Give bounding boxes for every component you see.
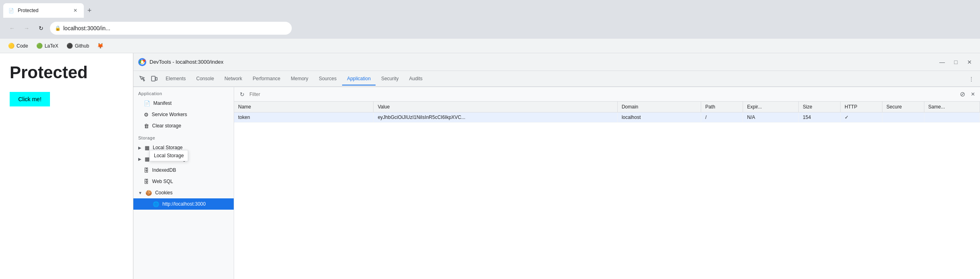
tab-close-button[interactable]: ✕ xyxy=(72,7,79,14)
code-bookmark-icon: 🟡 xyxy=(8,43,15,49)
svg-rect-4 xyxy=(152,76,155,81)
tab-favicon: 📄 xyxy=(8,7,15,14)
cell-http: ✓ xyxy=(841,112,882,123)
sidebar-item-clear-storage[interactable]: 🗑 Clear storage xyxy=(133,120,234,131)
device-toolbar-icon[interactable] xyxy=(149,73,160,84)
sidebar-section-storage: Storage xyxy=(133,131,234,142)
tab-security[interactable]: Security xyxy=(376,73,403,85)
tab-console[interactable]: Console xyxy=(191,73,219,85)
filter-clear-button[interactable]: ✕ xyxy=(969,90,977,98)
devtools-minimize-button[interactable]: — xyxy=(936,56,948,68)
back-button[interactable]: ← xyxy=(6,23,18,34)
session-storage-icon: ▦ xyxy=(145,156,149,162)
table-header-row: Name Value Domain Path Expir... Size HTT… xyxy=(234,102,980,112)
col-samesite[interactable]: Same... xyxy=(924,102,980,112)
devtools-title: DevTools - localhost:3000/index xyxy=(138,58,932,66)
bookmark-latex[interactable]: 🟢 LaTeX xyxy=(33,41,62,50)
tab-title: Protected xyxy=(18,8,69,13)
webpage: Protected Click me! xyxy=(0,53,133,279)
main-area: Protected Click me! xyxy=(0,53,980,279)
sidebar-item-cookies-localhost[interactable]: 🌐 http://localhost:3000 xyxy=(133,198,234,210)
sidebar-item-web-sql[interactable]: 🗄 Web SQL xyxy=(133,176,234,187)
col-expires[interactable]: Expir... xyxy=(743,102,798,112)
col-size[interactable]: Size xyxy=(799,102,841,112)
filter-no-button[interactable]: ⊘ xyxy=(958,90,966,98)
sidebar-item-indexeddb[interactable]: 🗄 IndexedDB xyxy=(133,164,234,176)
click-me-button[interactable]: Click me! xyxy=(10,92,50,106)
tab-performance[interactable]: Performance xyxy=(248,73,285,85)
expand-arrow-sw xyxy=(138,112,141,117)
gitlab-bookmark-icon: 🦊 xyxy=(97,43,104,49)
filter-refresh-button[interactable]: ↻ xyxy=(237,90,247,99)
page-title: Protected xyxy=(10,63,123,82)
cell-name: token xyxy=(234,112,374,123)
sidebar-item-local-storage[interactable]: ▶ ▦ Local Storage Local Storage xyxy=(133,142,234,153)
svg-point-3 xyxy=(141,61,143,63)
table-row[interactable]: token eyJhbGciOiJIUzI1NiIsInR5cCI6IkpXVC… xyxy=(234,112,980,123)
devtools-more-button[interactable]: ⋮ xyxy=(965,73,977,84)
tab-audits[interactable]: Audits xyxy=(404,73,427,85)
tab-memory[interactable]: Memory xyxy=(286,73,313,85)
devtools-title-text: DevTools - localhost:3000/index xyxy=(149,59,224,65)
sidebar-item-cookies-localhost-label: http://localhost:3000 xyxy=(162,201,206,207)
cookies-icon: 🍪 xyxy=(145,190,152,196)
devtools-sidebar: Application 📄 Manifest ⚙ Service Workers xyxy=(133,87,234,279)
devtools-body: Application 📄 Manifest ⚙ Service Workers xyxy=(133,87,980,279)
new-tab-button[interactable]: + xyxy=(84,5,95,16)
refresh-button[interactable]: ↻ xyxy=(35,23,47,34)
expand-arrow-local-storage: ▶ xyxy=(138,146,141,150)
service-workers-icon: ⚙ xyxy=(144,112,149,118)
col-path[interactable]: Path xyxy=(701,102,743,112)
cookies-table: Name Value Domain Path Expir... Size HTT… xyxy=(234,102,980,279)
chrome-logo-icon xyxy=(138,58,146,66)
col-secure[interactable]: Secure xyxy=(882,102,924,112)
url-bar[interactable]: 🔒 localhost:3000/in... xyxy=(50,22,292,35)
devtools-maximize-button[interactable]: □ xyxy=(950,56,961,68)
col-http[interactable]: HTTP xyxy=(841,102,882,112)
devtools-toolbar: Elements Console Network Performance Mem… xyxy=(133,71,980,87)
sidebar-item-manifest-label: Manifest xyxy=(154,100,172,106)
inspect-element-icon[interactable] xyxy=(137,73,148,84)
filter-input[interactable] xyxy=(249,90,956,99)
web-sql-icon: 🗄 xyxy=(144,179,149,185)
devtools-content: ↻ ⊘ ✕ Name Value Domain xyxy=(234,87,980,279)
sidebar-section-application: Application xyxy=(133,87,234,98)
cell-samesite xyxy=(924,112,980,123)
sidebar-item-indexeddb-label: IndexedDB xyxy=(152,167,176,173)
sidebar-item-service-workers[interactable]: ⚙ Service Workers xyxy=(133,109,234,120)
bookmark-github-label: Github xyxy=(75,43,89,49)
sidebar-item-service-workers-label: Service Workers xyxy=(152,112,187,117)
sidebar-item-manifest[interactable]: 📄 Manifest xyxy=(133,98,234,109)
col-value[interactable]: Value xyxy=(374,102,617,112)
bookmark-code-label: Code xyxy=(17,43,28,49)
devtools-panel: DevTools - localhost:3000/index — □ ✕ El… xyxy=(133,53,980,279)
forward-button[interactable]: → xyxy=(21,23,32,34)
expand-arrow-indexeddb xyxy=(138,168,141,173)
browser-tab[interactable]: 📄 Protected ✕ xyxy=(3,3,84,18)
tab-elements[interactable]: Elements xyxy=(161,73,191,85)
expand-arrow-cookies: ▼ xyxy=(138,191,142,195)
browser-window: 📄 Protected ✕ + ← → ↻ 🔒 localhost:3000/i… xyxy=(0,0,980,279)
github-bookmark-icon: ⚫ xyxy=(66,43,73,49)
devtools-titlebar: DevTools - localhost:3000/index — □ ✕ xyxy=(133,53,980,71)
cell-path: / xyxy=(701,112,743,123)
tab-application[interactable]: Application xyxy=(342,73,376,85)
tab-sources[interactable]: Sources xyxy=(314,73,341,85)
bookmark-github[interactable]: ⚫ Github xyxy=(63,41,92,50)
expand-arrow-clear xyxy=(138,124,141,128)
devtools-window-controls: — □ ✕ xyxy=(936,56,975,68)
devtools-close-button[interactable]: ✕ xyxy=(964,56,975,68)
cookies-data-table: Name Value Domain Path Expir... Size HTT… xyxy=(234,102,980,123)
sidebar-item-cookies[interactable]: ▼ 🍪 Cookies xyxy=(133,187,234,198)
expand-arrow-manifest xyxy=(138,101,141,106)
address-bar: ← → ↻ 🔒 localhost:3000/in... xyxy=(0,18,980,39)
tab-network[interactable]: Network xyxy=(220,73,247,85)
local-storage-icon: ▦ xyxy=(145,145,149,151)
localhost-cookie-icon: 🌐 xyxy=(153,201,159,207)
bookmark-code[interactable]: 🟡 Code xyxy=(5,41,31,50)
filter-bar: ↻ ⊘ ✕ xyxy=(234,87,980,102)
col-domain[interactable]: Domain xyxy=(617,102,701,112)
bookmark-gitlab[interactable]: 🦊 xyxy=(94,41,107,50)
col-name[interactable]: Name xyxy=(234,102,374,112)
cell-expires: N/A xyxy=(743,112,798,123)
